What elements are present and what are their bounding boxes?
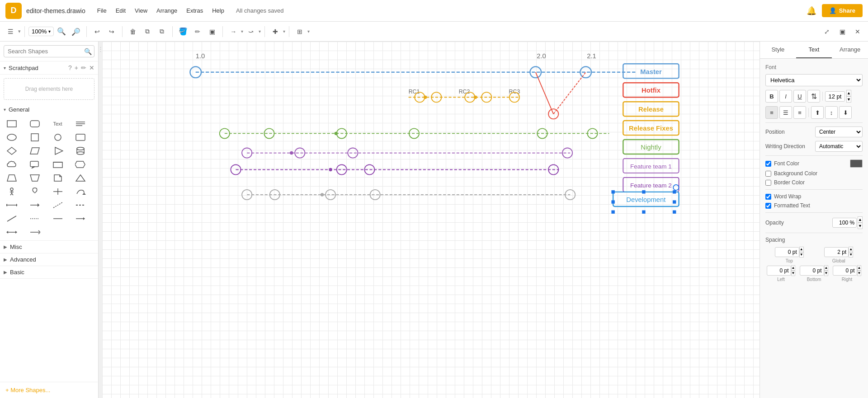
search-icon[interactable]: 🔍 <box>84 48 92 55</box>
shape-arrow-dash[interactable] <box>72 212 89 225</box>
shape-callout[interactable] <box>27 158 43 171</box>
font-color-swatch[interactable] <box>850 159 863 168</box>
shape-ellipse[interactable] <box>4 131 20 144</box>
shape-cross-line[interactable] <box>27 226 43 239</box>
strikethrough-btn[interactable]: ⇅ <box>807 90 820 103</box>
spacing-top-down-btn[interactable]: ▼ <box>799 252 804 258</box>
shape-line[interactable] <box>4 212 20 225</box>
more-shapes-btn[interactable]: + More Shapes... <box>0 382 98 398</box>
connection-style-btn[interactable]: → <box>226 25 240 38</box>
valign-middle-btn[interactable]: ↕ <box>825 106 838 119</box>
underline-btn[interactable]: U <box>793 90 806 103</box>
delete-btn[interactable]: 🗑 <box>126 25 140 38</box>
align-center-btn[interactable]: ☰ <box>779 106 792 119</box>
scratchpad-collapse-arrow[interactable]: ▾ <box>4 66 6 70</box>
general-section-header[interactable]: ▾ General <box>0 103 98 116</box>
menu-arrange[interactable]: Arrange <box>153 5 181 16</box>
font-family-select[interactable]: Helvetica Arial Times New Roman <box>765 74 863 86</box>
shape-cylinder[interactable] <box>72 145 89 157</box>
shape-doc[interactable] <box>50 172 66 184</box>
valign-top-btn[interactable]: ⬆ <box>811 106 824 119</box>
misc-section-header[interactable]: ▶ Misc <box>0 241 98 253</box>
opacity-input[interactable] <box>832 218 857 228</box>
scratchpad-edit-icon[interactable]: ✏ <box>81 64 86 71</box>
shape-trapezoid[interactable] <box>4 172 20 184</box>
shape-square[interactable] <box>27 131 43 144</box>
redo-btn[interactable]: ↪ <box>105 25 118 38</box>
shape-arrow-r[interactable] <box>27 199 43 211</box>
zoom-control[interactable]: 100% ▾ <box>28 27 54 36</box>
writing-direction-select[interactable]: Automatic LTR RTL <box>815 141 863 152</box>
font-size-input[interactable] <box>825 91 845 102</box>
panel-resize-handle[interactable]: ⋮ <box>99 42 102 56</box>
shape-simple-line[interactable] <box>50 212 66 225</box>
spacing-left-down-btn[interactable]: ▼ <box>791 271 796 276</box>
search-shapes-input[interactable] <box>4 45 94 57</box>
word-wrap-checkbox[interactable] <box>765 194 771 200</box>
shape-cross-arrow[interactable] <box>50 185 66 198</box>
bg-color-checkbox[interactable] <box>765 171 771 177</box>
shape-double-arrow[interactable] <box>4 226 20 239</box>
shape-text[interactable]: Text <box>50 117 66 130</box>
shape-rect[interactable] <box>4 117 20 130</box>
shape-dot-line2[interactable] <box>72 199 89 211</box>
spacing-top-input[interactable] <box>775 247 799 257</box>
scratchpad-close-icon[interactable]: ✕ <box>89 64 94 71</box>
spacing-global-input[interactable] <box>824 247 849 257</box>
menu-extras[interactable]: Extras <box>183 5 207 16</box>
tab-style[interactable]: Style <box>760 42 796 58</box>
basic-section-header[interactable]: ▶ Basic <box>0 266 98 278</box>
position-select[interactable]: Center Top Bottom <box>815 126 863 137</box>
tab-arrange[interactable]: Arrange <box>832 42 868 58</box>
shape-parallelogram[interactable] <box>27 145 43 157</box>
tab-text[interactable]: Text <box>796 42 832 58</box>
advanced-section-header[interactable]: ▶ Advanced <box>0 253 98 266</box>
undo-btn[interactable]: ↩ <box>90 25 104 38</box>
spacing-right-up-btn[interactable]: ▲ <box>857 265 862 271</box>
fullscreen-btn[interactable]: ⤢ <box>820 25 834 38</box>
font-size-up-btn[interactable]: ▲ <box>846 90 851 96</box>
menu-help[interactable]: Help <box>208 5 228 16</box>
spacing-global-up-btn[interactable]: ▲ <box>849 247 853 252</box>
spacing-left-up-btn[interactable]: ▲ <box>791 265 796 271</box>
align-left-btn[interactable]: ≡ <box>765 106 778 119</box>
font-color-checkbox[interactable] <box>765 161 771 167</box>
shadow-btn[interactable]: ▣ <box>205 25 219 38</box>
shape-cloud[interactable] <box>4 158 20 171</box>
shape-triangle-right[interactable] <box>50 145 66 157</box>
formatted-text-checkbox[interactable] <box>765 203 771 209</box>
spacing-top-up-btn[interactable]: ▲ <box>799 247 804 252</box>
zoom-out-btn[interactable]: 🔍 <box>69 25 83 38</box>
italic-btn[interactable]: I <box>779 90 792 103</box>
shape-actor[interactable] <box>27 185 43 198</box>
border-color-checkbox[interactable] <box>765 180 771 186</box>
shape-triangle2[interactable] <box>72 172 89 184</box>
font-size-down-btn[interactable]: ▼ <box>846 96 851 103</box>
shape-dot-line1[interactable] <box>50 199 66 211</box>
toggle-sidebar-btn[interactable]: ☰ <box>4 25 17 38</box>
canvas-area[interactable]: 1.0 2.0 2.1 RC1 RC2 RC3 <box>102 42 760 398</box>
menu-view[interactable]: View <box>131 5 151 16</box>
close-panel-btn[interactable]: ✕ <box>851 25 864 38</box>
shape-rect3[interactable] <box>50 158 66 171</box>
scratchpad-help-icon[interactable]: ? <box>68 64 72 71</box>
shape-circle[interactable] <box>50 131 66 144</box>
copy-style-btn[interactable]: ⧉ <box>141 25 154 38</box>
menu-edit[interactable]: Edit <box>112 5 129 16</box>
waypoint-btn[interactable]: ⤻ <box>244 25 258 38</box>
spacing-right-input[interactable] <box>833 266 857 276</box>
menu-file[interactable]: File <box>94 5 110 16</box>
shape-diamond[interactable] <box>4 145 20 157</box>
spacing-right-down-btn[interactable]: ▼ <box>857 271 862 276</box>
table-btn[interactable]: ⊞ <box>293 25 307 38</box>
opacity-up-btn[interactable]: ▲ <box>858 216 863 223</box>
share-button[interactable]: 👤 Share <box>822 4 863 17</box>
bold-btn[interactable]: B <box>765 90 778 103</box>
notifications-icon[interactable]: 🔔 <box>807 6 816 16</box>
shape-rounded-rect[interactable] <box>27 117 43 130</box>
align-right-btn[interactable]: ≡ <box>793 106 806 119</box>
shape-process[interactable] <box>72 158 89 171</box>
shape-arrow-lr[interactable] <box>4 199 20 211</box>
opacity-down-btn[interactable]: ▼ <box>858 223 863 229</box>
fill-color-btn[interactable]: 🪣 <box>176 25 190 38</box>
